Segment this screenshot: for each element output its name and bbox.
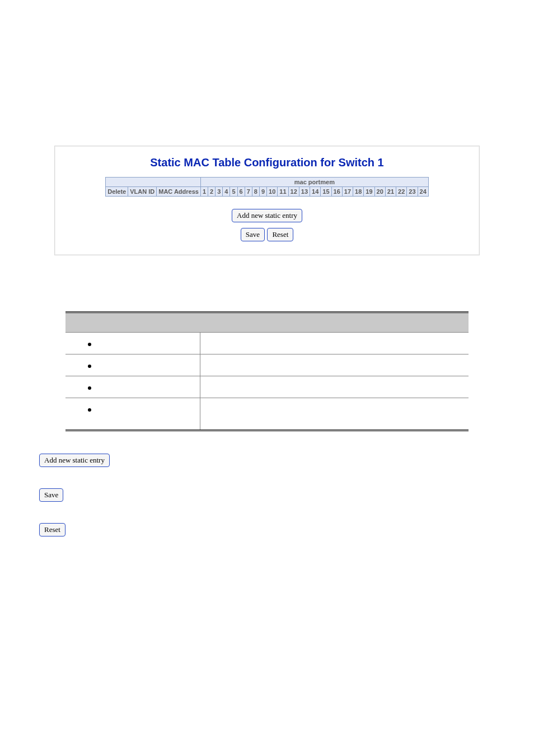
standalone-add-wrap: Add new static entry bbox=[39, 454, 534, 467]
col-port: 10 bbox=[267, 187, 278, 197]
desc-row bbox=[65, 398, 469, 431]
col-port: 20 bbox=[374, 187, 385, 197]
header-mac-portmem: mac portmem bbox=[200, 178, 428, 187]
desc-cell bbox=[200, 376, 469, 398]
reset-button[interactable]: Reset bbox=[267, 228, 293, 241]
bullet-icon bbox=[88, 365, 91, 368]
col-delete: Delete bbox=[106, 187, 128, 197]
col-port: 23 bbox=[407, 187, 418, 197]
col-port: 18 bbox=[353, 187, 364, 197]
save-button[interactable]: Save bbox=[241, 228, 265, 241]
col-port: 16 bbox=[331, 187, 342, 197]
desc-row bbox=[65, 376, 469, 398]
mac-table: mac portmem Delete VLAN ID MAC Address 1… bbox=[105, 177, 429, 197]
col-port: 22 bbox=[396, 187, 407, 197]
col-port: 14 bbox=[310, 187, 321, 197]
col-port: 4 bbox=[223, 187, 230, 197]
col-port: 15 bbox=[321, 187, 331, 197]
col-port: 9 bbox=[259, 187, 266, 197]
col-port: 21 bbox=[385, 187, 396, 197]
col-port: 19 bbox=[364, 187, 374, 197]
description-table bbox=[65, 311, 469, 431]
desc-cell bbox=[200, 398, 469, 431]
bullet-icon bbox=[88, 408, 91, 412]
col-port: 8 bbox=[252, 187, 259, 197]
add-new-static-entry-button[interactable]: Add new static entry bbox=[232, 209, 302, 222]
standalone-reset-wrap: Reset bbox=[39, 523, 534, 536]
col-port: 1 bbox=[200, 187, 208, 197]
col-port: 11 bbox=[278, 187, 288, 197]
desc-header-1 bbox=[65, 312, 200, 333]
desc-header-2 bbox=[200, 312, 469, 333]
col-port: 12 bbox=[288, 187, 299, 197]
table-header-row-2: Delete VLAN ID MAC Address 1 2 3 4 5 6 7… bbox=[106, 187, 429, 197]
description-table-wrap bbox=[65, 311, 469, 431]
col-port: 3 bbox=[216, 187, 223, 197]
desc-cell bbox=[200, 354, 469, 376]
reset-button[interactable]: Reset bbox=[39, 523, 65, 536]
config-panel: Static MAC Table Configuration for Switc… bbox=[54, 146, 480, 255]
col-port: 7 bbox=[245, 187, 252, 197]
col-port: 5 bbox=[230, 187, 237, 197]
header-blank bbox=[106, 178, 201, 187]
page-root: Static MAC Table Configuration for Switc… bbox=[0, 0, 534, 756]
panel-buttons: Add new static entry Save Reset bbox=[62, 209, 472, 241]
col-port: 13 bbox=[299, 187, 310, 197]
save-button[interactable]: Save bbox=[39, 488, 63, 502]
col-vlan-id: VLAN ID bbox=[128, 187, 157, 197]
col-mac-address: MAC Address bbox=[157, 187, 201, 197]
bullet-icon bbox=[88, 386, 91, 390]
bullet-icon bbox=[88, 343, 91, 346]
col-port: 6 bbox=[237, 187, 245, 197]
add-new-static-entry-button[interactable]: Add new static entry bbox=[39, 454, 110, 467]
standalone-save-wrap: Save bbox=[39, 488, 534, 502]
table-header-row-1: mac portmem bbox=[106, 178, 429, 187]
desc-cell bbox=[200, 333, 469, 354]
panel-title: Static MAC Table Configuration for Switc… bbox=[62, 156, 472, 169]
col-port: 17 bbox=[342, 187, 353, 197]
col-port: 2 bbox=[208, 187, 216, 197]
col-port: 24 bbox=[418, 187, 428, 197]
desc-row bbox=[65, 354, 469, 376]
desc-row bbox=[65, 333, 469, 354]
